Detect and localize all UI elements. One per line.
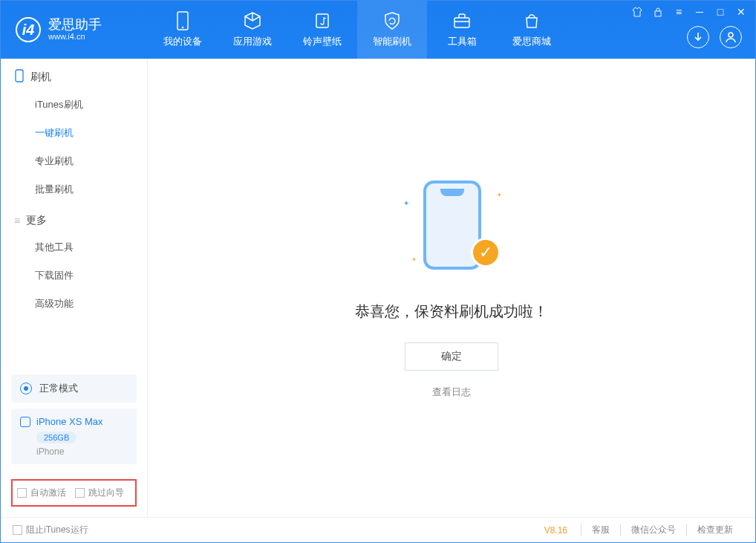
ok-button[interactable]: 确定: [405, 342, 498, 371]
sidebar: 刷机 iTunes刷机 一键刷机 专业刷机 批量刷机 ≡ 更多 其他工具 下载固…: [1, 59, 148, 517]
logo-text: 爱思助手 www.i4.cn: [48, 18, 102, 42]
checkbox-label: 跳过向导: [88, 487, 124, 499]
svg-rect-4: [655, 11, 661, 16]
section-flash-header: 刷机: [1, 59, 147, 91]
version-label: V8.16: [544, 525, 567, 536]
user-button[interactable]: [720, 26, 742, 48]
sparkle-icon: ✦: [497, 192, 502, 198]
titlebar: i4 爱思助手 www.i4.cn 我的设备 应用游戏 铃声壁纸 智能刷机: [1, 1, 755, 59]
success-illustration: ✦ ✦ ✦ ✓: [400, 177, 504, 281]
toolbox-icon: [452, 11, 472, 30]
section-more-header: ≡ 更多: [1, 204, 147, 233]
app-name-cn: 爱思助手: [48, 18, 102, 31]
cube-icon: [243, 11, 262, 30]
svg-point-5: [729, 33, 733, 37]
svg-point-1: [182, 27, 183, 28]
tab-label: 工具箱: [448, 35, 477, 48]
view-log-link[interactable]: 查看日志: [432, 386, 471, 399]
phone-outline-icon: [14, 69, 25, 85]
tab-apps-games[interactable]: 应用游戏: [218, 1, 287, 59]
close-button[interactable]: ✕: [734, 5, 748, 19]
sidebar-item-itunes-flash[interactable]: iTunes刷机: [1, 91, 147, 119]
checkbox-prevent-itunes[interactable]: 阻止iTunes运行: [13, 524, 88, 536]
sparkle-icon: ✦: [403, 199, 409, 207]
sidebar-item-oneclick-flash[interactable]: 一键刷机: [1, 119, 147, 147]
device-panel[interactable]: iPhone XS Max 256GB iPhone: [11, 409, 137, 464]
header-right-buttons: [687, 26, 742, 48]
tab-label: 我的设备: [163, 35, 202, 48]
sparkle-icon: ✦: [411, 256, 417, 263]
sidebar-item-pro-flash[interactable]: 专业刷机: [1, 147, 147, 175]
mode-indicator[interactable]: 正常模式: [11, 374, 137, 403]
tab-label: 智能刷机: [373, 35, 411, 48]
section-title: 刷机: [30, 71, 51, 84]
shield-refresh-icon: [382, 11, 402, 30]
main-content: ✦ ✦ ✦ ✓ 恭喜您，保资料刷机成功啦！ 确定 查看日志: [148, 59, 755, 517]
highlighted-options-box: 自动激活 跳过向导: [11, 479, 137, 507]
tab-label: 铃声壁纸: [303, 35, 342, 48]
lock-icon[interactable]: [651, 5, 665, 19]
tab-label: 爱思商城: [512, 35, 551, 48]
svg-rect-3: [454, 18, 469, 27]
tab-store[interactable]: 爱思商城: [497, 1, 567, 59]
statusbar: 阻止iTunes运行 V8.16 客服 微信公众号 检查更新: [1, 517, 755, 542]
svg-rect-2: [316, 14, 328, 27]
check-update-link[interactable]: 检查更新: [686, 524, 743, 536]
checkbox-icon: [13, 525, 22, 535]
music-note-icon: [313, 11, 332, 30]
tab-smart-flash[interactable]: 智能刷机: [357, 1, 427, 59]
checkbox-auto-activate[interactable]: 自动激活: [17, 487, 66, 499]
tab-ringtones-wallpapers[interactable]: 铃声壁纸: [287, 1, 357, 59]
sidebar-item-batch-flash[interactable]: 批量刷机: [1, 175, 147, 204]
body-area: 刷机 iTunes刷机 一键刷机 专业刷机 批量刷机 ≡ 更多 其他工具 下载固…: [1, 59, 755, 517]
device-phone-icon: [20, 417, 30, 427]
shirt-icon[interactable]: [630, 5, 644, 19]
tab-toolbox[interactable]: 工具箱: [427, 1, 497, 59]
wechat-link[interactable]: 微信公众号: [620, 524, 686, 536]
device-storage-badge: 256GB: [36, 432, 76, 443]
checkbox-icon: [75, 488, 85, 498]
logo-area: i4 爱思助手 www.i4.cn: [1, 17, 148, 42]
maximize-button[interactable]: □: [714, 5, 727, 19]
device-name: iPhone XS Max: [36, 416, 103, 427]
support-link[interactable]: 客服: [581, 524, 620, 536]
tab-my-device[interactable]: 我的设备: [148, 1, 218, 59]
mode-dot-icon: [20, 383, 32, 394]
checkbox-skip-guide[interactable]: 跳过向导: [75, 487, 124, 499]
minimize-button[interactable]: ─: [693, 5, 706, 19]
bag-icon: [522, 11, 541, 30]
sidebar-item-other-tools[interactable]: 其他工具: [1, 233, 147, 261]
list-icon: ≡: [14, 215, 20, 227]
device-type: iPhone: [36, 446, 128, 457]
nav-tabs: 我的设备 应用游戏 铃声壁纸 智能刷机 工具箱 爱思商城: [148, 1, 567, 59]
window-controls: ≡ ─ □ ✕: [630, 5, 748, 19]
checkbox-label: 自动激活: [30, 487, 66, 499]
device-icon: [173, 11, 192, 30]
mode-label: 正常模式: [39, 382, 78, 395]
app-name-en: www.i4.cn: [48, 31, 102, 42]
checkbox-label: 阻止iTunes运行: [26, 524, 88, 536]
sidebar-item-download-firmware[interactable]: 下载固件: [1, 261, 147, 290]
svg-rect-6: [16, 70, 23, 82]
download-button[interactable]: [687, 26, 709, 48]
success-title: 恭喜您，保资料刷机成功啦！: [355, 302, 548, 322]
tab-label: 应用游戏: [233, 35, 272, 48]
sidebar-item-advanced[interactable]: 高级功能: [1, 290, 147, 318]
checkmark-badge-icon: ✓: [471, 238, 501, 267]
app-window: i4 爱思助手 www.i4.cn 我的设备 应用游戏 铃声壁纸 智能刷机: [0, 0, 756, 543]
checkbox-icon: [17, 488, 27, 498]
menu-icon[interactable]: ≡: [672, 5, 685, 19]
section-title: 更多: [26, 214, 47, 227]
logo-icon: i4: [16, 17, 41, 42]
